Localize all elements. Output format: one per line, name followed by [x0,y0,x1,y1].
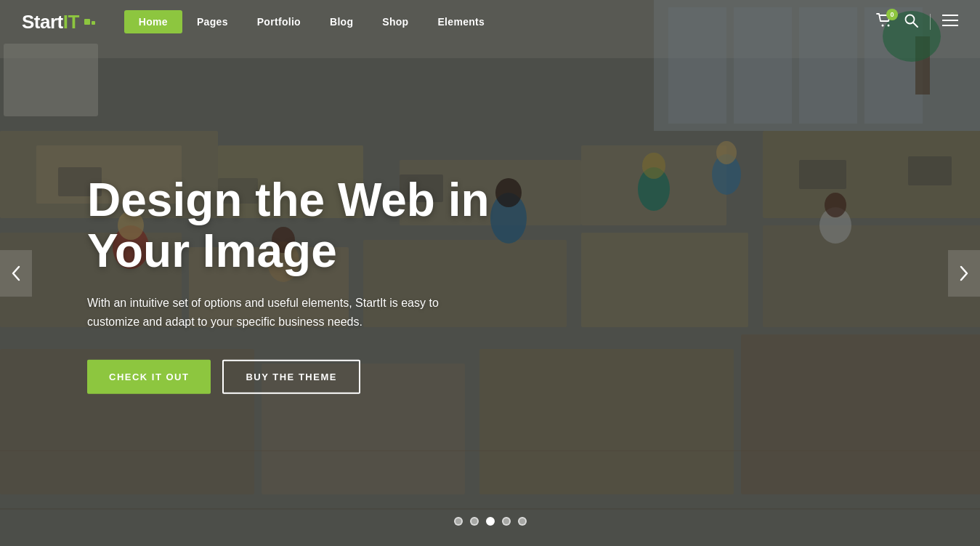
cart-button[interactable]: 0 [876,13,892,31]
main-nav: Home Pages Portfolio Blog Shop Elements [124,10,876,33]
nav-shop[interactable]: Shop [368,10,423,33]
check-it-out-button[interactable]: CHECK IT OUT [87,360,211,394]
hero-content: Design the Web in Your Image With an int… [87,174,552,394]
slider-dots [454,517,527,526]
header-icons: 0 [876,13,958,31]
nav-pages[interactable]: Pages [182,10,243,33]
nav-portfolio[interactable]: Portfolio [243,10,315,33]
hero-title: Design the Web in Your Image [87,174,552,276]
logo-dot-2 [92,21,95,25]
chevron-left-icon [12,265,20,281]
nav-blog[interactable]: Blog [315,10,368,33]
svg-line-47 [913,23,918,27]
slider-dot-2[interactable] [470,517,479,526]
slider-dot-4[interactable] [502,517,511,526]
buy-theme-button[interactable]: BUY THE THEME [222,360,360,394]
nav-home[interactable]: Home [124,10,182,33]
logo-start: Start [22,11,63,33]
logo-dot-1 [84,19,90,25]
slider-prev-button[interactable] [0,250,32,297]
nav-divider [930,14,931,30]
slider-dot-3[interactable] [486,517,495,526]
hero-buttons: CHECK IT OUT BUY THE THEME [87,360,552,394]
chevron-right-icon [960,265,968,281]
cart-badge: 0 [886,9,898,20]
logo-it: IT [63,11,79,33]
slider-dot-1[interactable] [454,517,463,526]
menu-button[interactable] [942,15,958,29]
hero-subtitle: With an intuitive set of options and use… [87,294,494,331]
hamburger-icon [942,15,958,26]
logo-dots [82,19,95,25]
svg-point-44 [882,25,884,27]
hero-section: StartIT Home Pages Portfolio Blog Shop E… [0,0,980,546]
logo[interactable]: StartIT [22,11,95,33]
logo-text: StartIT [22,11,79,33]
search-button[interactable] [904,13,918,31]
slider-next-button[interactable] [948,250,980,297]
slider-dot-5[interactable] [518,517,527,526]
nav-elements[interactable]: Elements [423,10,499,33]
header: StartIT Home Pages Portfolio Blog Shop E… [0,0,980,44]
svg-point-45 [888,25,890,27]
search-icon [904,13,918,28]
